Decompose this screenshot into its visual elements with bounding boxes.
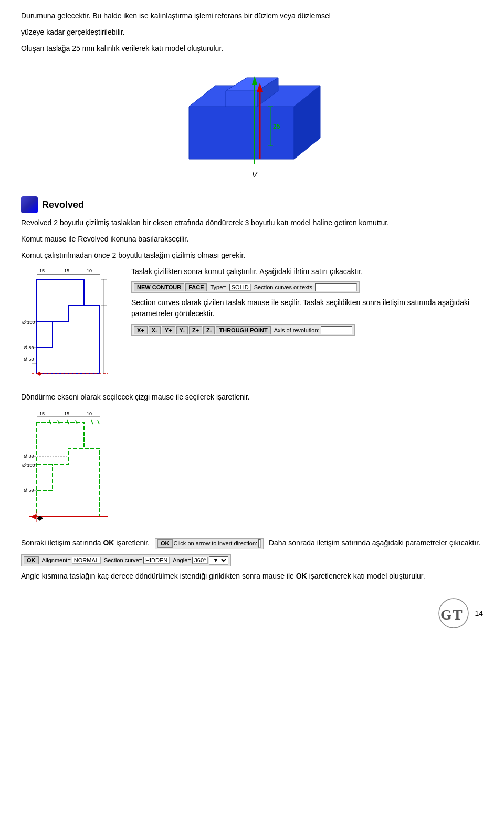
model-3d-image: 25 V xyxy=(21,59,483,187)
sketch-desc-line1: Taslak çizilikten sonra komut çalıştırıl… xyxy=(131,266,483,277)
revolved-desc3: Komut çalıştırılmadan önce 2 boyutlu tas… xyxy=(21,250,483,261)
axis-desc: Döndürme ekseni olarak seçilecek çizgi m… xyxy=(21,392,483,403)
final-desc: Angle kısmına taslağın kaç derece döndür… xyxy=(21,571,483,582)
sketch-desc-line2: Section curves olarak çizilen taslak mau… xyxy=(131,297,483,319)
svg-marker-28 xyxy=(37,372,42,376)
svg-text:Ø 50: Ø 50 xyxy=(24,356,34,362)
intro-line2: yüzeye kadar gerçekleştirilebilir. xyxy=(21,27,483,38)
final-text1: Angle kısmına taslağın kaç derece döndür… xyxy=(21,572,296,580)
ok-toolbar-inline[interactable]: OK Click on arrow to invert direction: xyxy=(155,538,264,549)
svg-marker-51 xyxy=(30,514,36,519)
through-point-button[interactable]: THROUGH POINT xyxy=(216,326,270,334)
svg-line-42 xyxy=(91,420,93,424)
svg-text:10: 10 xyxy=(87,411,92,416)
x-plus-button[interactable]: X+ xyxy=(134,326,148,334)
ok-desc-text3: Daha sonrada iletişim satırında aşağıdak… xyxy=(269,539,480,547)
svg-text:15: 15 xyxy=(39,411,45,416)
angle-value: 360° xyxy=(192,557,208,564)
toolbar-alignment[interactable]: OK Alignment= NORMAL Section curve= HIDD… xyxy=(21,554,231,566)
svg-text:15: 15 xyxy=(64,411,69,416)
svg-text:15: 15 xyxy=(64,268,69,274)
ok-button-inline[interactable]: OK xyxy=(158,539,173,548)
alignment-value: NORMAL xyxy=(72,557,101,564)
z-plus-button[interactable]: Z+ xyxy=(189,326,202,334)
svg-text:25: 25 xyxy=(273,123,280,130)
final-text2: işaretlenerek katı model oluşturulur. xyxy=(309,572,425,580)
new-contour-button[interactable]: NEW CONTOUR xyxy=(134,283,184,291)
bottom-area: G T 14 xyxy=(21,597,483,629)
alignment-label: Alignment= xyxy=(42,557,71,563)
revolved-desc2: Komut mause ile Revolved ikonuna basılar… xyxy=(21,234,483,245)
axis-revolution-label: Axis of revolution: xyxy=(274,327,320,333)
ok-desc-text2: işaretlenir. xyxy=(116,539,150,547)
svg-text:V: V xyxy=(252,171,258,179)
type-value: SOLID xyxy=(229,284,251,291)
sketch-description: Taslak çizilikten sonra komut çalıştırıl… xyxy=(131,266,483,338)
section-curve-value: HIDDEN xyxy=(143,557,170,564)
sketch-area: 15 15 10 Ø 100 Ø 80 Ø 50 xyxy=(21,266,483,383)
svg-text:Ø 100: Ø 100 xyxy=(22,320,35,325)
page-number: 14 xyxy=(475,609,483,617)
final-bold: OK xyxy=(296,572,307,580)
svg-text:G: G xyxy=(440,606,452,623)
y-plus-button[interactable]: Y+ xyxy=(162,326,175,334)
svg-text:T: T xyxy=(453,606,463,623)
svg-text:Ø 100: Ø 100 xyxy=(22,463,35,468)
y-minus-button[interactable]: Y- xyxy=(176,326,188,334)
svg-text:15: 15 xyxy=(39,268,45,274)
z-minus-button[interactable]: Z- xyxy=(203,326,215,334)
toolbar-axis[interactable]: X+ X- Y+ Y- Z+ Z- THROUGH POINT Axis of … xyxy=(131,324,355,336)
sketch-2d-green: 15 15 10 Ø 100 Ø 80 Ø 50 xyxy=(21,409,483,531)
x-minus-button[interactable]: X- xyxy=(149,326,161,334)
svg-marker-3 xyxy=(226,91,257,107)
revolved-section-title: Revolved xyxy=(21,196,483,213)
section-curves-label: Section curves or texts: xyxy=(254,284,314,290)
intro-line3: Oluşan taslağa 25 mm kalınlık verilerek … xyxy=(21,43,483,54)
svg-text:10: 10 xyxy=(87,268,92,274)
face-button[interactable]: FACE xyxy=(185,283,207,291)
angle-dropdown[interactable]: ▼ xyxy=(209,556,228,565)
ok-desc-text1: Sonraki iletişim satırında xyxy=(21,539,103,547)
revolved-icon xyxy=(21,196,38,213)
svg-marker-0 xyxy=(189,107,294,159)
revolved-title: Revolved xyxy=(42,200,84,211)
angle-label: Angle= xyxy=(173,557,191,563)
revolved-desc1: Revolved 2 boyutlu çizilmiş taslakları b… xyxy=(21,217,483,228)
ok-desc: Sonraki iletişim satırında OK işaretleni… xyxy=(21,538,483,549)
click-on-arrow-label: Click on arrow to invert direction: xyxy=(174,539,258,548)
ok-button[interactable]: OK xyxy=(24,556,39,564)
toolbar-new-contour[interactable]: NEW CONTOUR FACE Type= SOLID Section cur… xyxy=(131,281,360,293)
ok-bold-text: OK xyxy=(103,539,114,547)
svg-line-43 xyxy=(98,420,99,424)
gt-logo: G T xyxy=(438,597,469,629)
intro-line1: Durumuna gelecektir. Bu halde iken ise k… xyxy=(21,11,483,22)
section-curve-label: Section curve= xyxy=(104,557,142,563)
sketch-2d-image: 15 15 10 Ø 100 Ø 80 Ø 50 xyxy=(21,266,121,383)
type-label: Type= xyxy=(210,284,226,290)
